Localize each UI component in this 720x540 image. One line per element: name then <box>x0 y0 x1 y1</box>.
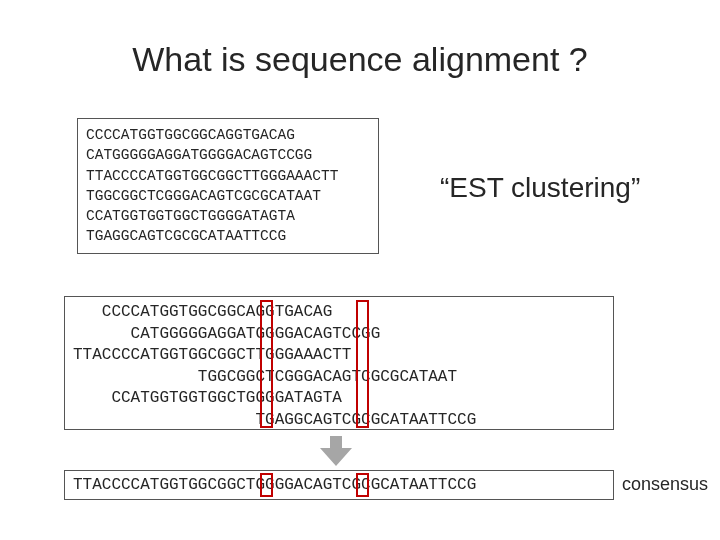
highlight-consensus-a <box>260 473 273 497</box>
seq-line: CCATGGTGGTGGCTGGGGATAGTA <box>86 206 370 226</box>
slide-title: What is sequence alignment ? <box>0 40 720 79</box>
highlight-column-a <box>260 300 273 428</box>
seq-line: TTACCCCATGGTGGCGGCTTGGGAAACTT <box>73 345 605 367</box>
seq-line: CCCCATGGTGGCGGCAGGTGACAG <box>73 302 605 324</box>
seq-line: TTACCCCATGGTGGCGGCTTGGGAAACTT <box>86 166 370 186</box>
seq-line: TGAGGCAGTCGCGCATAATTCCG <box>73 410 605 432</box>
seq-line: TGAGGCAGTCGCGCATAATTCCG <box>86 226 370 246</box>
seq-line: CATGGGGGAGGATGGGGACAGTCCGG <box>86 145 370 165</box>
highlight-consensus-b <box>356 473 369 497</box>
label-consensus: consensus <box>622 474 708 495</box>
seq-line: TGGCGGCTCGGGACAGTCGCGCATAAT <box>86 186 370 206</box>
highlight-column-b <box>356 300 369 428</box>
seq-line: TGGCGGCTCGGGACAGTCGCGCATAAT <box>73 367 605 389</box>
seq-line: CCATGGTGGTGGCTGGGGATAGTA <box>73 388 605 410</box>
consensus-box: TTACCCCATGGTGGCGGCTGGGGACAGTCGCGCATAATTC… <box>64 470 614 500</box>
sequences-box-aligned: CCCCATGGTGGCGGCAGGTGACAG CATGGGGGAGGATGG… <box>64 296 614 430</box>
seq-line: CCCCATGGTGGCGGCAGGTGACAG <box>86 125 370 145</box>
sequences-box-unaligned: CCCCATGGTGGCGGCAGGTGACAG CATGGGGGAGGATGG… <box>77 118 379 254</box>
label-est-clustering: “EST clustering” <box>440 172 640 204</box>
seq-line: CATGGGGGAGGATGGGGACAGTCCGG <box>73 324 605 346</box>
